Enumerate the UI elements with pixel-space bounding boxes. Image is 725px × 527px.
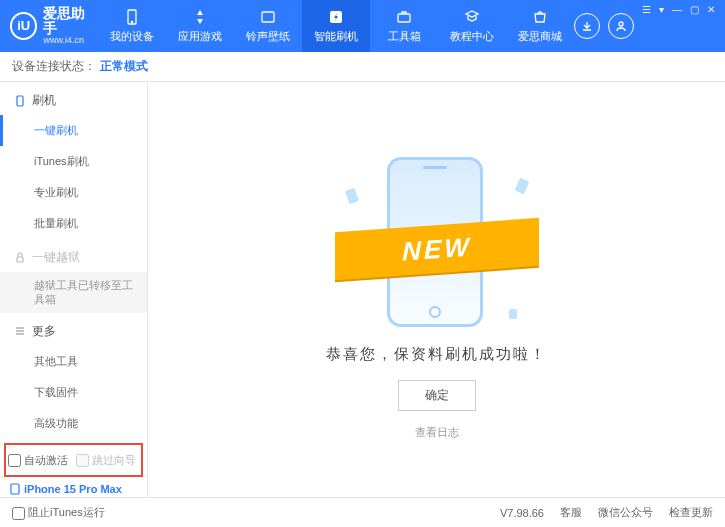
sidebar-item-oneclick-flash[interactable]: 一键刷机 bbox=[0, 115, 147, 146]
svg-point-1 bbox=[131, 21, 132, 22]
version-label: V7.98.66 bbox=[500, 507, 544, 519]
store-icon bbox=[531, 8, 549, 26]
window-controls: ☰ ▾ — ▢ ✕ bbox=[642, 0, 715, 52]
checkbox-block-itunes[interactable]: 阻止iTunes运行 bbox=[12, 505, 105, 520]
svg-rect-6 bbox=[17, 96, 23, 106]
status-label: 设备连接状态： bbox=[12, 58, 96, 75]
svg-point-5 bbox=[619, 22, 623, 26]
svg-rect-4 bbox=[398, 14, 410, 22]
nav-tutorials[interactable]: 教程中心 bbox=[438, 0, 506, 52]
titlebar: iU 爱思助手 www.i4.cn 我的设备 应用游戏 铃声壁纸 智能刷机 工具… bbox=[0, 0, 725, 52]
main-content: NEW 恭喜您，保资料刷机成功啦！ 确定 查看日志 bbox=[148, 82, 725, 497]
success-message: 恭喜您，保资料刷机成功啦！ bbox=[326, 345, 547, 364]
status-mode: 正常模式 bbox=[100, 58, 148, 75]
sidebar-section-flash[interactable]: 刷机 bbox=[0, 82, 147, 115]
flash-icon bbox=[327, 8, 345, 26]
section-label: 一键越狱 bbox=[32, 249, 80, 266]
confirm-button[interactable]: 确定 bbox=[398, 380, 476, 411]
section-label: 更多 bbox=[32, 323, 56, 340]
toolbox-icon bbox=[395, 8, 413, 26]
tutorial-icon bbox=[463, 8, 481, 26]
checkbox-skip-guide[interactable]: 跳过向导 bbox=[76, 453, 136, 468]
sidebar-item-itunes-flash[interactable]: iTunes刷机 bbox=[0, 146, 147, 177]
nav-label: 铃声壁纸 bbox=[246, 29, 290, 44]
maximize-icon[interactable]: ▢ bbox=[690, 4, 699, 15]
minimize-icon[interactable]: — bbox=[672, 4, 682, 15]
sidebar-item-advanced[interactable]: 高级功能 bbox=[0, 408, 147, 439]
logo-icon: iU bbox=[10, 12, 37, 40]
nav-toolbox[interactable]: 工具箱 bbox=[370, 0, 438, 52]
phone-icon bbox=[14, 95, 26, 107]
sidebar-item-jailbreak-note: 越狱工具已转移至工具箱 bbox=[0, 272, 147, 313]
device-info[interactable]: iPhone 15 Pro Max 512GB iPhone bbox=[0, 476, 147, 497]
device-name-label: iPhone 15 Pro Max bbox=[24, 483, 122, 495]
svg-rect-7 bbox=[17, 257, 23, 262]
sidebar-section-jailbreak: 一键越狱 bbox=[0, 239, 147, 272]
nav-label: 我的设备 bbox=[110, 29, 154, 44]
device-icon bbox=[123, 8, 141, 26]
lock-icon bbox=[14, 252, 26, 264]
nav-label: 智能刷机 bbox=[314, 29, 358, 44]
main-nav: 我的设备 应用游戏 铃声壁纸 智能刷机 工具箱 教程中心 爱思商城 bbox=[98, 0, 574, 52]
checkbox-label: 跳过向导 bbox=[92, 454, 136, 466]
footer-link-wechat[interactable]: 微信公众号 bbox=[598, 505, 653, 520]
nav-store[interactable]: 爱思商城 bbox=[506, 0, 574, 52]
wallpaper-icon bbox=[259, 8, 277, 26]
new-ribbon: NEW bbox=[335, 218, 539, 280]
footer: 阻止iTunes运行 V7.98.66 客服 微信公众号 检查更新 bbox=[0, 497, 725, 527]
nav-apps[interactable]: 应用游戏 bbox=[166, 0, 234, 52]
app-url: www.i4.cn bbox=[43, 36, 98, 46]
view-log-link[interactable]: 查看日志 bbox=[415, 425, 459, 440]
sidebar-section-more[interactable]: 更多 bbox=[0, 313, 147, 346]
device-icon bbox=[10, 483, 20, 495]
svg-rect-8 bbox=[11, 484, 19, 494]
nav-label: 应用游戏 bbox=[178, 29, 222, 44]
user-button[interactable] bbox=[608, 13, 634, 39]
download-button[interactable] bbox=[574, 13, 600, 39]
sidebar-item-download-fw[interactable]: 下载固件 bbox=[0, 377, 147, 408]
status-bar: 设备连接状态： 正常模式 bbox=[0, 52, 725, 82]
apps-icon bbox=[191, 8, 209, 26]
app-logo: iU 爱思助手 www.i4.cn bbox=[10, 6, 98, 47]
options-icon[interactable]: ▾ bbox=[659, 4, 664, 15]
checkbox-label: 阻止iTunes运行 bbox=[28, 506, 105, 518]
nav-label: 教程中心 bbox=[450, 29, 494, 44]
footer-link-support[interactable]: 客服 bbox=[560, 505, 582, 520]
nav-label: 爱思商城 bbox=[518, 29, 562, 44]
checkbox-auto-activate[interactable]: 自动激活 bbox=[8, 453, 68, 468]
section-label: 刷机 bbox=[32, 92, 56, 109]
svg-rect-2 bbox=[262, 12, 274, 22]
menu-icon[interactable]: ☰ bbox=[642, 4, 651, 15]
sidebar-item-pro-flash[interactable]: 专业刷机 bbox=[0, 177, 147, 208]
close-icon[interactable]: ✕ bbox=[707, 4, 715, 15]
nav-my-device[interactable]: 我的设备 bbox=[98, 0, 166, 52]
more-icon bbox=[14, 325, 26, 337]
nav-smart-flash[interactable]: 智能刷机 bbox=[302, 0, 370, 52]
checkbox-label: 自动激活 bbox=[24, 454, 68, 466]
success-illustration: NEW bbox=[337, 139, 537, 329]
sidebar-item-other-tools[interactable]: 其他工具 bbox=[0, 346, 147, 377]
footer-link-update[interactable]: 检查更新 bbox=[669, 505, 713, 520]
app-name: 爱思助手 bbox=[43, 6, 98, 37]
sidebar: 刷机 一键刷机 iTunes刷机 专业刷机 批量刷机 一键越狱 越狱工具已转移至… bbox=[0, 82, 148, 497]
sidebar-item-batch-flash[interactable]: 批量刷机 bbox=[0, 208, 147, 239]
nav-label: 工具箱 bbox=[388, 29, 421, 44]
nav-ringtones[interactable]: 铃声壁纸 bbox=[234, 0, 302, 52]
